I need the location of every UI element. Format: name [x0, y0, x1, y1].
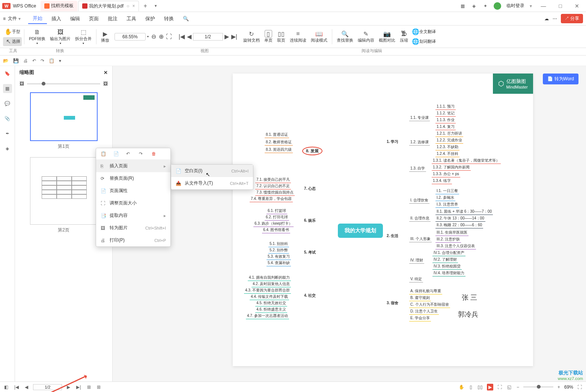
rotate-right-icon[interactable]: ↷	[139, 151, 145, 156]
file-menu[interactable]: 文件▾	[8, 15, 21, 22]
minimize-button[interactable]: —	[537, 3, 550, 9]
compress-button[interactable]: 🗜压缩	[398, 29, 410, 44]
zoom-out-icon[interactable]: −	[515, 384, 520, 390]
avatar[interactable]	[494, 2, 501, 10]
select-tool[interactable]: ↖选择	[3, 37, 22, 46]
thumb-zoom-slider[interactable]	[27, 83, 100, 84]
tab-document[interactable]: 我的大学规划.pdf ○ ×	[78, 1, 139, 11]
first-page-icon[interactable]: |◀	[13, 384, 20, 390]
cube-icon[interactable]: ◈	[471, 3, 477, 9]
screenshot-button[interactable]: 📷截图对比	[377, 29, 398, 44]
ctx-insert-page[interactable]: ⎘插入页面▸	[96, 160, 170, 172]
pdf-convert-button[interactable]: 🗎PDF转换▾	[27, 28, 48, 46]
first-page-icon[interactable]: |◀	[178, 33, 185, 41]
close-button[interactable]: ✕	[571, 3, 583, 9]
submenu-blank-page[interactable]: 📄空白页(I)Ctrl+Alt+I	[171, 165, 253, 177]
panel-toggle-icon[interactable]: ◧	[3, 384, 9, 390]
play-icon[interactable]: ▶	[487, 384, 493, 390]
delete-icon[interactable]: 🗑	[152, 151, 158, 156]
menu-start[interactable]: 开始	[28, 14, 47, 24]
menu-convert[interactable]: 转换	[160, 14, 178, 24]
readmode-button[interactable]: 📖阅读模式	[309, 29, 330, 44]
view-mode-icon[interactable]: ▯▯	[476, 384, 484, 390]
fit-icon[interactable]: ⛶	[496, 384, 503, 390]
menu-annotate[interactable]: 批注	[103, 14, 122, 24]
new-tab-button[interactable]: +	[140, 3, 151, 9]
next-page-icon[interactable]: ▶	[223, 33, 230, 41]
login-status[interactable]: 临时登录	[506, 3, 524, 9]
signature-icon[interactable]: ✒	[3, 129, 12, 138]
paste-icon[interactable]: 📋	[49, 58, 54, 63]
zoom-slider[interactable]	[523, 386, 553, 387]
fullscreen-icon[interactable]: ⛶	[576, 384, 583, 390]
export-image-button[interactable]: 🖼输出为图片▾	[48, 28, 73, 46]
thumb-image[interactable]	[30, 157, 98, 225]
zoom-in-icon[interactable]: 🖼	[103, 81, 108, 86]
sparkle-icon[interactable]: ✦	[482, 3, 488, 9]
menu-edit[interactable]: 编辑	[66, 14, 84, 24]
single-page-button[interactable]: ▯单页	[262, 29, 275, 44]
grid-icon[interactable]: ▦	[460, 3, 466, 9]
paste-icon[interactable]: 📄	[113, 151, 119, 156]
thumbnail-page-2[interactable]: 第2页	[30, 157, 98, 233]
zoom-level[interactable]: 68.55%	[114, 33, 146, 41]
ctx-to-image[interactable]: 🖼转为图片Ctrl+Shift+I	[96, 222, 170, 234]
menu-protect[interactable]: 保护	[141, 14, 160, 24]
tab-menu-button[interactable]: ▾	[151, 3, 161, 8]
document-viewer[interactable]: 📄 转为Word ⬡亿图脑图MindMaster 我的大学规划 8. 发展 8.…	[113, 66, 586, 383]
ctx-page-properties[interactable]: 📄页面属性	[96, 185, 170, 197]
edit-content-button[interactable]: ✎编辑内容	[356, 29, 377, 44]
copy-icon[interactable]: 📋	[101, 151, 107, 156]
zoom-in-icon[interactable]: ⊕	[158, 33, 165, 41]
double-page-button[interactable]: ▯▯双页	[275, 29, 288, 44]
last-page-icon[interactable]: ▶|	[230, 33, 238, 41]
hand-tool[interactable]: ✋手型	[3, 27, 22, 36]
print-icon[interactable]: 🖨	[23, 58, 28, 63]
rotate-button[interactable]: ↻旋转文档	[241, 29, 262, 44]
split-merge-button[interactable]: ⬚拆分合并▾	[73, 28, 94, 46]
continuous-button[interactable]: ≡连续阅读	[288, 29, 309, 44]
thumb-image[interactable]	[30, 92, 98, 141]
word-translate-button[interactable]: 🌐划词翻译	[410, 37, 437, 46]
fit-icon[interactable]: ◱	[506, 384, 512, 390]
save-icon[interactable]: 💾	[13, 58, 19, 63]
ctx-replace-page[interactable]: ⟳替换页面(R)	[96, 172, 170, 185]
add-page-icon[interactable]: ⊞	[96, 384, 102, 390]
layers-icon[interactable]: ◈	[3, 144, 12, 153]
menu-tools[interactable]: 工具	[122, 14, 141, 24]
zoom-out-icon[interactable]: ⊖	[150, 33, 158, 41]
rotate-left-icon[interactable]: ↶	[126, 151, 132, 156]
comments-icon[interactable]: 💬	[3, 99, 12, 108]
redo-icon[interactable]: ↷	[41, 58, 44, 63]
menu-insert[interactable]: 插入	[47, 14, 66, 24]
hand-icon[interactable]: ✋	[458, 384, 465, 390]
undo-icon[interactable]: ↶	[32, 58, 36, 63]
view-mode-icon[interactable]: ▯	[468, 384, 473, 390]
close-icon[interactable]: ×	[132, 3, 135, 9]
zoom-out-icon[interactable]: 🖼	[20, 81, 24, 86]
page-indicator[interactable]: 1/2	[193, 33, 223, 41]
pin-icon[interactable]: ○	[127, 3, 129, 9]
open-icon[interactable]: 📂	[3, 58, 9, 63]
ctx-extract[interactable]: 📑提取内容▸	[96, 209, 170, 222]
close-icon[interactable]: ✕	[104, 70, 108, 75]
bookmark-icon[interactable]: 🔖	[3, 69, 12, 78]
menu-icon[interactable]: ≡	[3, 16, 6, 21]
play-button[interactable]: ▶播放	[99, 29, 111, 44]
tab-template[interactable]: 找稻壳模板	[41, 1, 77, 11]
menu-page[interactable]: 页面	[84, 14, 103, 24]
submenu-import-file[interactable]: 📥从文件导入(T)Ctrl+Alt+T	[171, 177, 253, 189]
thumbnails-icon[interactable]: ▦	[3, 84, 12, 93]
cloud-icon[interactable]: ☁	[544, 16, 549, 21]
more-icon[interactable]: ⋯	[553, 16, 557, 21]
attachments-icon[interactable]: 📎	[3, 114, 12, 123]
full-translate-button[interactable]: 🌐全文翻译	[410, 27, 437, 36]
ctx-print[interactable]: 🖨打印(P)Ctrl+P	[96, 234, 170, 246]
fit-icon[interactable]: ⛶	[165, 33, 173, 41]
prev-page-icon[interactable]: ◀	[185, 33, 193, 41]
thumbnail-page-1[interactable]: 第1页	[30, 92, 98, 150]
ctx-resize-page[interactable]: ⛶调整页面大小	[96, 197, 170, 209]
last-page-icon[interactable]: ▶|	[75, 384, 82, 390]
find-replace-button[interactable]: 🔍查找替换	[334, 29, 356, 44]
add-page-icon[interactable]: ⊞	[86, 384, 92, 390]
